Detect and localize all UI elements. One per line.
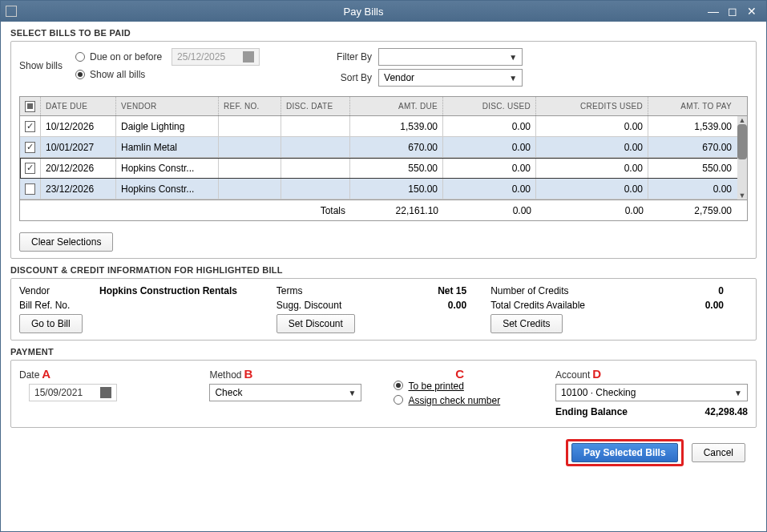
sort-by-dropdown[interactable]: Vendor ▼ [378, 69, 523, 87]
filter-by-dropdown[interactable]: ▼ [378, 48, 523, 66]
table-scrollbar[interactable]: ▲▼ [737, 116, 747, 200]
maximize-button[interactable]: ◻ [723, 5, 742, 18]
discount-credit-panel: VendorHopkins Construction Rentals Bill … [10, 278, 757, 341]
set-credits-button[interactable]: Set Credits [490, 314, 562, 333]
table-body: 10/12/2026Daigle Lighting1,539.000.000.0… [20, 116, 747, 200]
show-bills-label: Show bills [19, 60, 75, 71]
sort-by-label: Sort By [324, 72, 372, 83]
col-credits-used[interactable]: CREDITS USED [536, 97, 648, 115]
annotation-b: B [244, 367, 252, 381]
window-title: Pay Bills [23, 6, 704, 18]
clear-selections-button[interactable]: Clear Selections [19, 232, 113, 252]
method-dropdown[interactable]: Check ▼ [209, 384, 361, 401]
discount-credit-header: DISCOUNT & CREDIT INFORMATION FOR HIGHLI… [10, 265, 757, 275]
annotation-a: A [42, 367, 50, 381]
ending-balance-label: Ending Balance [555, 406, 628, 417]
col-disc-used[interactable]: DISC. USED [443, 97, 536, 115]
col-ref-no[interactable]: REF. NO. [219, 97, 281, 115]
col-vendor[interactable]: VENDOR [116, 97, 219, 115]
calendar-icon[interactable] [100, 387, 111, 398]
radio-all-label: Show all bills [90, 69, 145, 80]
table-row[interactable]: 10/12/2026Daigle Lighting1,539.000.000.0… [20, 116, 747, 137]
window-sys-icon [6, 6, 17, 17]
bills-table: DATE DUE VENDOR REF. NO. DISC. DATE AMT.… [19, 96, 748, 221]
go-to-bill-button[interactable]: Go to Bill [19, 314, 83, 333]
highlighted-vendor: Hopkins Construction Rentals [99, 285, 237, 296]
table-row[interactable]: 10/01/2027Hamlin Metal670.000.000.00670.… [20, 137, 747, 158]
highlight-pay-button: Pay Selected Bills [566, 439, 684, 466]
close-button[interactable]: ✕ [742, 5, 761, 18]
calendar-icon [243, 51, 254, 62]
filter-by-label: Filter By [324, 51, 372, 62]
titlebar: Pay Bills — ◻ ✕ [1, 1, 766, 22]
chevron-down-icon: ▼ [509, 74, 517, 83]
pay-bills-window: Pay Bills — ◻ ✕ SELECT BILLS TO BE PAID … [0, 0, 767, 532]
select-bills-header: SELECT BILLS TO BE PAID [10, 28, 757, 38]
payment-date-input[interactable]: 15/09/2021 [29, 384, 117, 401]
table-header: DATE DUE VENDOR REF. NO. DISC. DATE AMT.… [20, 97, 747, 116]
row-checkbox[interactable] [25, 121, 35, 132]
footer: Pay Selected Bills Cancel [10, 434, 757, 471]
row-checkbox[interactable] [25, 142, 35, 153]
chevron-down-icon: ▼ [349, 389, 357, 397]
radio-to-be-printed[interactable] [394, 381, 403, 390]
annotation-d: D [592, 367, 601, 381]
set-discount-button[interactable]: Set Discount [277, 314, 355, 333]
table-row[interactable]: 23/12/2026Hopkins Constr...150.000.000.0… [20, 179, 747, 200]
totals-row: Totals 22,161.10 0.00 0.00 2,759.00 [20, 200, 747, 220]
row-checkbox[interactable] [25, 163, 35, 174]
minimize-button[interactable]: — [704, 5, 723, 18]
payment-header: PAYMENT [10, 347, 757, 357]
chevron-down-icon: ▼ [734, 389, 742, 397]
chevron-down-icon: ▼ [509, 53, 517, 62]
radio-show-all[interactable] [75, 70, 85, 79]
radio-due-on-before[interactable] [75, 52, 85, 62]
pay-selected-bills-button[interactable]: Pay Selected Bills [571, 443, 678, 462]
select-all-checkbox[interactable] [25, 101, 35, 112]
col-disc-date[interactable]: DISC. DATE [281, 97, 350, 115]
due-date-input: 25/12/2025 [172, 48, 260, 66]
col-amt-due[interactable]: AMT. DUE [350, 97, 443, 115]
radio-due-label: Due on or before [90, 51, 162, 62]
row-checkbox[interactable] [25, 183, 35, 195]
table-row[interactable]: 20/12/2026Hopkins Constr...550.000.000.0… [20, 158, 747, 179]
radio-assign-check[interactable] [394, 395, 403, 405]
col-amt-pay[interactable]: AMT. TO PAY [648, 97, 737, 115]
payment-panel: DateA 15/09/2021 MethodB Check ▼ C To be [10, 360, 757, 428]
annotation-c: C [455, 367, 464, 381]
select-bills-panel: Show bills Due on or before 25/12/2025 [10, 41, 757, 259]
account-dropdown[interactable]: 10100 · Checking ▼ [555, 384, 748, 401]
cancel-button[interactable]: Cancel [692, 443, 745, 462]
col-date-due[interactable]: DATE DUE [41, 97, 116, 115]
ending-balance-value: 42,298.48 [705, 406, 748, 417]
